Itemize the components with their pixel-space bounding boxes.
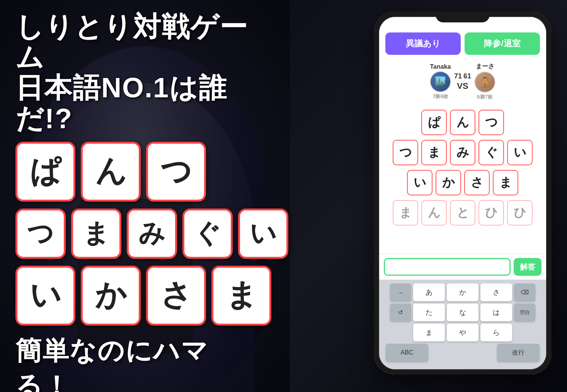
kb-ta-key[interactable]: た [413,304,445,321]
kb-ma-key[interactable]: ま [413,324,445,341]
kb-enter-key[interactable]: 改行 [497,344,540,361]
tile-ma2: ま [211,266,271,326]
tile-i2: い [15,266,75,326]
phone-tile-ma2: ま [493,170,518,195]
phone-tile-ma3: ま [393,200,418,226]
kb-ka-key[interactable]: か [447,283,478,301]
player-right-avatar: 🧍 [474,71,495,93]
kb-row-3: ま や ら [381,324,544,341]
phone-input-area: 解答 [379,254,546,280]
kb-arrow-key[interactable]: → [390,283,411,301]
phone-word-row-1: ぱ ん つ [384,110,541,135]
phone-word-list: ぱ ん つ つ ま み ぐ い い か さ ま [379,104,546,254]
tile-tsu2: つ [15,209,66,259]
phone-tile-gu: ぐ [478,140,504,165]
player-left-name: Tanaka [430,63,451,70]
objection-button[interactable]: 異議あり [385,32,461,55]
kb-row-4: ABC 改行 [381,344,544,361]
score-right: 61 [463,72,471,80]
kb-ya-key[interactable]: や [447,324,478,341]
word-row-2: つ ま み ぐ い [15,209,255,259]
kb-row-2: ↺ た な は 空白 [381,304,544,321]
kb-abc-key[interactable]: ABC [386,344,428,361]
kb-ra-key[interactable]: ら [480,324,512,341]
main-title: しりとり対戦ゲーム 日本語NO.1は誰だ!? [15,12,255,134]
phone-tile-i2: い [407,170,432,195]
word-row-1: ぱ ん つ [15,142,255,202]
kb-backspace-key[interactable]: ⌫ [514,283,535,301]
phone-tile-ma: ま [421,140,447,165]
tile-sa: さ [146,266,206,326]
phone-tile-i: い [507,140,533,165]
phone-tile-tsu2: つ [393,140,418,165]
tile-i: い [238,209,288,259]
player-right-info: まーさ 🧍 6勝7敗 [474,63,495,100]
phone-input-field[interactable] [384,258,511,276]
phone-body: 異議あり 降参/退室 Tanaka 🏙️ 7勝6敗 71 61 [374,12,552,375]
phone-tile-sa: さ [464,170,490,195]
vs-label: VS [457,81,468,91]
phone-screen: 異議あり 降参/退室 Tanaka 🏙️ 7勝6敗 71 61 [379,17,546,369]
tile-tsu: つ [146,142,206,202]
tile-gu: ぐ [182,209,233,259]
tile-ma: ま [71,209,121,259]
left-content-area: しりとり対戦ゲーム 日本語NO.1は誰だ!? ぱ ん つ つ ま み ぐ い い… [0,0,271,392]
phone-tile-n: ん [450,110,475,135]
player-right-record: 6勝7敗 [477,93,492,100]
phone-tile-hi: ひ [478,200,504,226]
phone-word-row-4: ま ん と ひ ひ [384,200,541,226]
vs-area: Tanaka 🏙️ 7勝6敗 71 61 VS まーさ [379,59,546,104]
bottom-slogan: 簡単なのにハマる！ [15,333,255,392]
score-left: 71 [454,72,462,80]
title-area: しりとり対戦ゲーム 日本語NO.1は誰だ!? [15,12,255,134]
phone-mockup: 異議あり 降参/退室 Tanaka 🏙️ 7勝6敗 71 61 [374,12,552,375]
kb-sa-key[interactable]: さ [480,283,512,301]
avatar-left-image: 🏙️ [431,72,450,92]
phone-tile-to: と [450,200,475,226]
player-left-avatar: 🏙️ [430,71,451,92]
vs-center: 71 61 VS [454,72,471,91]
tile-pa: ぱ [15,142,75,202]
title-line2: 日本語NO.1は誰だ!? [15,73,255,134]
avatar-right-image: 🧍 [475,72,495,92]
phone-keyboard: → あ か さ ⌫ ↺ た な は 空白 ま や [379,280,546,369]
kb-a-key[interactable]: あ [413,283,445,301]
phone-tile-pa: ぱ [421,110,447,135]
kb-space-key[interactable]: 空白 [514,304,535,321]
phone-tile-n2: ん [421,200,447,226]
kb-row-1: → あ か さ ⌫ [381,283,544,301]
word-row-3: い か さ ま [15,266,255,326]
phone-top-buttons: 異議あり 降参/退室 [379,17,546,59]
player-left-record: 7勝6敗 [432,93,448,100]
phone-notch [436,12,490,22]
tile-ka: か [81,266,141,326]
phone-word-row-3: い か さ ま [384,170,541,195]
tile-mi: み [127,209,177,259]
surrender-button[interactable]: 降参/退室 [465,32,540,55]
kb-ha-key[interactable]: は [480,304,512,321]
score-display: 71 61 [454,72,471,80]
phone-tile-mi: み [450,140,475,165]
bottom-text: 簡単なのにハマる！ [15,333,255,392]
player-left-info: Tanaka 🏙️ 7勝6敗 [430,63,451,100]
answer-button[interactable]: 解答 [514,258,541,276]
kb-na-key[interactable]: な [447,304,478,321]
tile-n: ん [81,142,141,202]
phone-tile-ka: か [436,170,461,195]
phone-word-row-2: つ ま み ぐ い [384,140,541,165]
word-tiles-area: ぱ ん つ つ ま み ぐ い い か さ ま [15,134,255,333]
phone-tile-hi2: ひ [507,200,533,226]
player-right-name: まーさ [476,63,494,71]
title-line1: しりとり対戦ゲーム [15,12,255,73]
kb-undo-key[interactable]: ↺ [390,304,411,321]
phone-tile-tsu: つ [478,110,504,135]
